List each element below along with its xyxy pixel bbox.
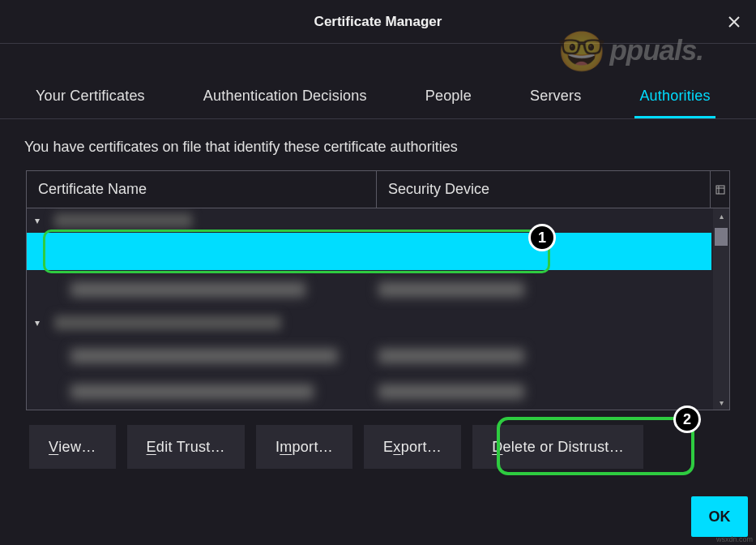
column-picker-icon [715, 185, 725, 195]
cert-name-redacted [70, 384, 314, 399]
dialog-title: Certificate Manager [314, 14, 442, 30]
actions-row: View… Edit Trust… Import… Export… Delete… [0, 410, 756, 469]
cert-name-redacted [70, 282, 305, 297]
column-security-device[interactable]: Security Device [377, 171, 710, 208]
svg-rect-0 [716, 186, 724, 194]
cert-device-redacted [378, 384, 524, 399]
watermark-icon: 🤓 [557, 28, 606, 75]
column-certificate-name[interactable]: Certificate Name [27, 171, 377, 208]
scroll-up-arrow[interactable]: ▴ [713, 208, 729, 223]
import-button[interactable]: Import… [256, 425, 352, 469]
tab-your-certificates[interactable]: Your Certificates [31, 76, 150, 118]
table-row[interactable] [27, 338, 729, 374]
table-body: ▾ 1 ▾ ▴ ▾ [27, 208, 729, 410]
group-label-redacted [54, 213, 192, 228]
certificates-table: Certificate Name Security Device ▾ 1 ▾ [26, 170, 730, 410]
cert-device-redacted [378, 349, 524, 363]
close-icon [728, 15, 741, 28]
annotation-highlight-1: 1 [43, 230, 550, 273]
tab-authorities[interactable]: Authorities [634, 76, 715, 118]
footer-watermark: wsxdn.com [716, 535, 753, 543]
export-button[interactable]: Export… [364, 425, 461, 469]
column-picker-button[interactable] [710, 171, 729, 208]
edit-trust-button[interactable]: Edit Trust… [127, 425, 245, 469]
page-description: You have certificates on file that ident… [0, 119, 756, 170]
tabs-bar: Your Certificates Authentication Decisio… [0, 76, 756, 119]
table-row[interactable] [27, 272, 729, 307]
cert-device-redacted [378, 282, 524, 297]
watermark-text: ppuals. [609, 34, 703, 67]
scrollbar-thumb[interactable] [715, 228, 728, 246]
ok-button[interactable]: OK [691, 496, 748, 537]
annotation-highlight-2: 2 [497, 417, 694, 475]
annotation-badge-2: 2 [673, 406, 701, 433]
chevron-down-icon: ▾ [35, 215, 49, 226]
table-row[interactable] [27, 374, 729, 410]
tab-authentication-decisions[interactable]: Authentication Decisions [199, 76, 372, 118]
tab-people[interactable]: People [421, 76, 476, 118]
table-header: Certificate Name Security Device [27, 171, 729, 208]
footer-actions: OK [691, 496, 748, 537]
scroll-down-arrow[interactable]: ▾ [713, 395, 729, 410]
scrollbar[interactable]: ▴ ▾ [713, 208, 729, 410]
group-label-redacted [54, 315, 281, 330]
cert-name-redacted [70, 349, 338, 363]
table-group-row[interactable]: ▾ [27, 307, 729, 338]
tab-servers[interactable]: Servers [525, 76, 586, 118]
chevron-down-icon: ▾ [35, 317, 49, 328]
close-button[interactable] [722, 10, 746, 34]
view-button[interactable]: View… [29, 425, 116, 469]
annotation-badge-1: 1 [528, 224, 556, 251]
